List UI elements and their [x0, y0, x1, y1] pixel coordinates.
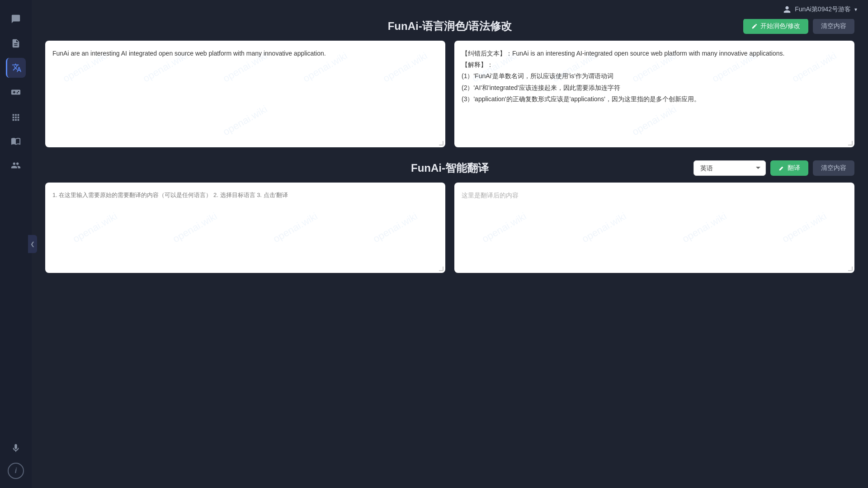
sidebar-item-book[interactable] [6, 131, 26, 151]
language-select-wrapper: 英语 中文 日语 韩语 法语 德语 西班牙语 [693, 160, 766, 176]
translation-output-resize-handle[interactable] [848, 267, 853, 271]
sidebar-item-doc[interactable] [6, 33, 26, 53]
grammar-output-resize-handle[interactable] [848, 141, 853, 145]
sidebar-item-mic[interactable] [6, 438, 26, 458]
grammar-section-controls: 开始润色/修改 清空内容 [743, 19, 854, 34]
translation-controls: 英语 中文 日语 韩语 法语 德语 西班牙语 翻译 清空内容 [693, 160, 854, 176]
grammar-clear-button[interactable]: 清空内容 [813, 19, 854, 34]
grammar-output-panel: 【纠错后文本】：FunAi is an interesting AI-integ… [454, 41, 854, 147]
translation-clear-button[interactable]: 清空内容 [813, 160, 854, 176]
grammar-output-text: 【纠错后文本】：FunAi is an interesting AI-integ… [462, 48, 847, 105]
sidebar-item-game[interactable] [6, 82, 26, 102]
sidebar-item-info[interactable]: i [8, 463, 24, 479]
translation-section-title: FunAi-智能翻译 [411, 161, 489, 175]
translation-section-header: FunAi-智能翻译 英语 中文 日语 韩语 法语 德语 西班牙语 [45, 161, 854, 175]
username-label: FunAi第0942号游客 [795, 5, 851, 14]
sidebar-item-user-manage[interactable] [6, 155, 26, 175]
translation-output-panel: 这里是翻译后的内容 openai.wiki openai.wiki openai… [454, 183, 854, 273]
translation-input-textarea[interactable] [52, 190, 438, 244]
user-menu[interactable]: FunAi第0942号游客 ▾ [783, 5, 857, 14]
grammar-section-title: FunAi-语言润色/语法修改 [388, 19, 512, 33]
translation-panels: openai.wiki openai.wiki openai.wiki open… [45, 183, 854, 273]
grammar-section: FunAi-语言润色/语法修改 开始润色/修改 清空内容 FunAi are a… [45, 19, 854, 147]
grammar-panels: FunAi are an interesting AI integrated o… [45, 41, 854, 147]
dropdown-arrow-icon: ▾ [854, 6, 857, 13]
translation-section: FunAi-智能翻译 英语 中文 日语 韩语 法语 德语 西班牙语 [45, 161, 854, 273]
translate-button[interactable]: 翻译 [770, 160, 808, 176]
grammar-section-header: FunAi-语言润色/语法修改 开始润色/修改 清空内容 [45, 19, 854, 33]
grammar-start-button[interactable]: 开始润色/修改 [743, 19, 808, 34]
grammar-input-panel: FunAi are an interesting AI integrated o… [45, 41, 445, 147]
sidebar-item-chat[interactable] [6, 9, 26, 29]
translation-input-resize-handle[interactable] [439, 267, 443, 271]
sidebar: ❮ i [0, 0, 32, 488]
translation-output-placeholder: 这里是翻译后的内容 [462, 190, 847, 201]
info-icon: i [15, 467, 17, 475]
grammar-input-resize-handle[interactable] [439, 141, 443, 145]
sidebar-item-grid[interactable] [6, 107, 26, 127]
language-select[interactable]: 英语 中文 日语 韩语 法语 德语 西班牙语 [693, 160, 766, 176]
sidebar-item-language[interactable] [6, 58, 26, 78]
grammar-input-textarea[interactable]: FunAi are an interesting AI integrated o… [52, 48, 438, 138]
translation-input-panel: openai.wiki openai.wiki openai.wiki open… [45, 183, 445, 273]
